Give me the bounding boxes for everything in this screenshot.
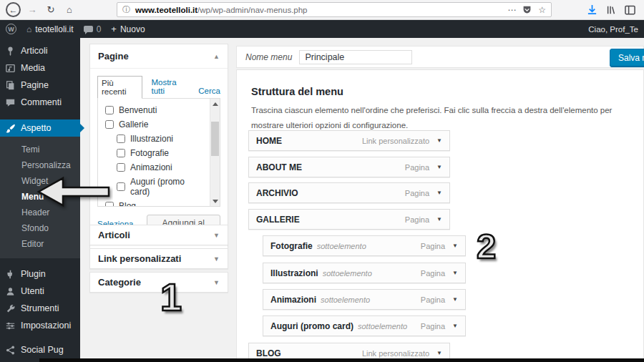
- list-scrollbar[interactable]: [210, 99, 220, 206]
- page-actions-icon[interactable]: ⋯: [507, 5, 516, 15]
- accordion-categorie[interactable]: Categorie ▼: [89, 272, 228, 293]
- sidebar-subitem-temi[interactable]: Temi: [0, 142, 80, 157]
- page-checkbox[interactable]: [105, 106, 114, 114]
- page-option-blog: Blog: [98, 199, 220, 207]
- pages-checklist: Benvenuti Gallerie Illustrazioni Fotogra…: [97, 98, 220, 207]
- structure-description: Trascina ciascun elemento nell'ordine ch…: [251, 103, 641, 134]
- annotation-arrow-to-menu: [34, 174, 113, 211]
- sidebar-item-media[interactable]: Media: [0, 59, 80, 77]
- page-option-illustrazioni: Illustrazioni: [98, 132, 220, 146]
- accordion-link-personalizzati[interactable]: Link personalizzati ▼: [89, 248, 228, 269]
- scroll-up-icon[interactable]: [210, 99, 220, 108]
- chevron-down-icon: ▼: [213, 232, 220, 239]
- tab-mostra-tutti[interactable]: Mostra tutti: [151, 78, 190, 98]
- chevron-down-icon: ▼: [213, 279, 220, 286]
- item-expand-caret-icon[interactable]: ▼: [452, 296, 458, 303]
- tab-cerca[interactable]: Cerca: [198, 87, 220, 98]
- item-expand-caret-icon[interactable]: ▼: [436, 164, 442, 170]
- accordion-articoli[interactable]: Articoli ▼: [89, 225, 228, 245]
- menu-item-animazioni[interactable]: Animazioni sottoelemento Pagina ▼: [263, 289, 466, 310]
- annotation-step-1: 1: [160, 278, 182, 316]
- plus-icon: +: [111, 24, 117, 34]
- item-expand-caret-icon[interactable]: ▼: [436, 350, 442, 356]
- url-domain: www.teotelloli.it: [135, 6, 197, 14]
- site-info-icon[interactable]: ⓘ: [122, 4, 130, 15]
- page-checkbox[interactable]: [117, 149, 125, 157]
- item-expand-caret-icon[interactable]: ▼: [452, 323, 458, 329]
- admin-bar-greeting[interactable]: Ciao, Prof_Te: [588, 25, 638, 34]
- sidebar-item-social-pug[interactable]: Social Pug: [0, 341, 80, 358]
- bookmark-star-icon[interactable]: ☆: [538, 5, 546, 15]
- browser-back-icon[interactable]: ←: [6, 2, 21, 17]
- media-icon: [6, 64, 15, 73]
- item-expand-caret-icon[interactable]: ▼: [436, 190, 442, 196]
- scroll-down-icon[interactable]: [210, 197, 220, 206]
- library-icon[interactable]: [606, 5, 616, 15]
- menu-item-about-me[interactable]: ABOUT ME Pagina ▼: [248, 157, 450, 177]
- tab-piu-recenti[interactable]: Più recenti: [97, 76, 142, 99]
- sidebar-item-plugin[interactable]: Plugin: [0, 265, 80, 283]
- page-checkbox[interactable]: [117, 163, 125, 172]
- menu-item-fotografie[interactable]: Fotografie sottoelemento Pagina ▼: [263, 235, 466, 256]
- item-expand-caret-icon[interactable]: ▼: [452, 243, 458, 249]
- item-expand-caret-icon[interactable]: ▼: [436, 137, 442, 144]
- page-checkbox[interactable]: [117, 134, 125, 143]
- admin-bar-site-link[interactable]: ⌂ teotelloli.it: [26, 24, 74, 34]
- pages-panel-tabs: Più recenti Mostra tutti Cerca: [90, 69, 228, 98]
- menu-item-home[interactable]: HOME Link personalizzato ▼: [248, 130, 450, 151]
- browser-reload-icon[interactable]: ↻: [44, 3, 58, 17]
- sidebar-item-strumenti[interactable]: Strumenti: [0, 300, 80, 317]
- item-expand-caret-icon[interactable]: ▼: [452, 270, 458, 276]
- page-checkbox[interactable]: [105, 120, 114, 129]
- menu-item-illustrazioni[interactable]: Illustrazioni sottoelemento Pagina ▼: [263, 263, 466, 283]
- page-option-benvenuti: Benvenuti: [98, 103, 220, 117]
- admin-bar-comments[interactable]: 0: [84, 24, 102, 34]
- page-option-animazioni: Animazioni: [98, 160, 220, 175]
- annotation-step-2: 2: [477, 229, 496, 264]
- collapse-caret-icon[interactable]: ▲: [213, 53, 220, 60]
- scroll-thumb[interactable]: [211, 122, 219, 156]
- subitem-tag: sottoelemento: [321, 295, 370, 304]
- subitem-tag: sottoelemento: [317, 242, 366, 250]
- browser-toolbar: ← → ↻ ⌂ ⓘ www.teotelloli.it/wp/wp-admin/…: [0, 0, 644, 20]
- downloads-icon[interactable]: [587, 4, 597, 15]
- admin-bar-new[interactable]: + Nuovo: [111, 24, 145, 34]
- menu-structure-box: Struttura del menu Trascina ciascun elem…: [236, 69, 644, 362]
- browser-home-icon[interactable]: ⌂: [62, 3, 77, 17]
- save-menu-button[interactable]: Salva menu: [610, 49, 644, 67]
- pages-panel: Pagine ▲ Più recenti Mostra tutti Cerca …: [89, 44, 228, 250]
- address-bar[interactable]: ⓘ www.teotelloli.it/wp/wp-admin/nav-menu…: [117, 2, 552, 17]
- wordpress-logo-icon[interactable]: W: [6, 24, 16, 34]
- menu-name-bar: Nome menu: [236, 46, 644, 68]
- sidebar-toggle-icon[interactable]: [625, 5, 635, 15]
- home-icon: ⌂: [26, 24, 31, 34]
- browser-forward-icon[interactable]: →: [25, 3, 39, 17]
- sidebar-item-aspetto[interactable]: Aspetto: [0, 119, 80, 137]
- sidebar-subitem-sfondo[interactable]: Sfondo: [0, 220, 80, 236]
- menu-item-gallerie[interactable]: GALLERIE Pagina ▼: [248, 209, 450, 230]
- sidebar-item-pagine[interactable]: Pagine: [0, 77, 80, 94]
- url-path: /wp/wp-admin/nav-menus.php: [197, 6, 307, 14]
- menu-item-auguri[interactable]: Auguri (promo card) sottoelemento Pagina…: [263, 315, 466, 336]
- page-option-gallerie: Gallerie: [98, 117, 220, 132]
- page-checkbox[interactable]: [117, 182, 125, 191]
- menu-item-archivio[interactable]: ARCHIVIO Pagina ▼: [248, 182, 450, 203]
- sidebar-subitem-editor[interactable]: Editor: [0, 236, 80, 252]
- sidebar-item-impostazioni[interactable]: Impostazioni: [0, 317, 80, 334]
- sidebar-item-articoli[interactable]: Articoli: [0, 42, 80, 59]
- pages-panel-header[interactable]: Pagine ▲: [90, 44, 228, 69]
- subitem-tag: sottoelemento: [323, 269, 372, 278]
- menu-name-input[interactable]: [299, 50, 412, 64]
- wordpress-nav-menus-screen: ← → ↻ ⌂ ⓘ www.teotelloli.it/wp/wp-admin/…: [0, 0, 644, 362]
- paintbrush-icon: [6, 124, 15, 133]
- page-option-auguri: Auguri (promo card): [98, 175, 220, 199]
- plugin-icon: [6, 270, 15, 279]
- pocket-icon[interactable]: [522, 5, 532, 14]
- item-expand-caret-icon[interactable]: ▼: [436, 216, 442, 222]
- sidebar-subitem-personalizza[interactable]: Personalizza: [0, 157, 80, 173]
- chevron-down-icon: ▼: [213, 255, 220, 263]
- bottom-edge-strip: [39, 358, 644, 362]
- sidebar-item-utenti[interactable]: Utenti: [0, 283, 80, 300]
- sidebar-item-commenti[interactable]: Commenti: [0, 94, 80, 111]
- comments-bubble-icon: [84, 26, 93, 32]
